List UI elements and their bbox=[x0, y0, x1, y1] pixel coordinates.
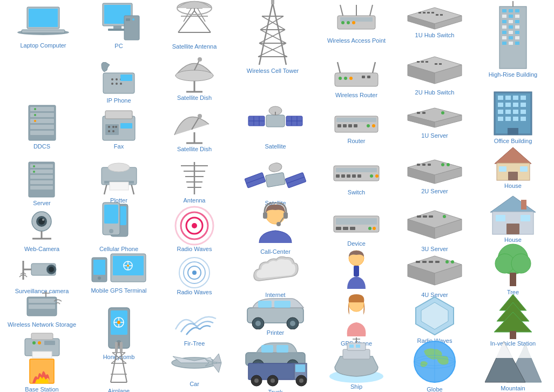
svg-point-330 bbox=[299, 379, 303, 383]
office-building-cell: Office Building bbox=[475, 84, 551, 144]
wireless-router-label: Wireless Router bbox=[335, 92, 377, 98]
internet-cell: Internet bbox=[235, 251, 316, 298]
antenna-cell: Antenna bbox=[159, 159, 229, 204]
svg-rect-305 bbox=[261, 345, 273, 353]
router-cell: Router bbox=[319, 108, 394, 144]
svg-point-40 bbox=[347, 21, 350, 24]
svg-point-89 bbox=[349, 77, 353, 80]
svg-rect-321 bbox=[120, 342, 123, 353]
svg-rect-152 bbox=[505, 110, 511, 114]
svg-rect-241 bbox=[521, 200, 526, 209]
svg-rect-157 bbox=[513, 117, 518, 121]
truck-cell: Truck bbox=[232, 354, 319, 392]
svg-marker-200 bbox=[495, 147, 531, 164]
svg-line-169 bbox=[131, 184, 134, 194]
svg-rect-155 bbox=[498, 117, 503, 121]
base-station-label: Airplane bbox=[108, 388, 130, 392]
wireless-access-point-label: Wireless Access Point bbox=[327, 37, 386, 44]
wireless-cell-tower-icon bbox=[243, 0, 302, 70]
house-2-cell: House bbox=[475, 193, 551, 243]
svg-rect-147 bbox=[498, 103, 503, 107]
svg-point-110 bbox=[112, 126, 114, 128]
ddcs-cell: DDCS bbox=[3, 103, 81, 150]
svg-rect-91 bbox=[367, 76, 370, 78]
svg-point-87 bbox=[339, 77, 342, 80]
radio-waves-1-label: Radio Waves bbox=[177, 246, 212, 252]
svg-rect-46 bbox=[436, 14, 438, 16]
svg-rect-187 bbox=[336, 168, 377, 172]
call-center-icon bbox=[248, 202, 302, 248]
svg-rect-9 bbox=[126, 18, 130, 21]
cellular-phone-icon bbox=[92, 200, 146, 246]
mountain-icon bbox=[485, 339, 542, 385]
radio-waves-1-icon bbox=[167, 205, 221, 246]
office-building-label: Office Building bbox=[494, 138, 532, 144]
mobile-gps-terminal-label: Mobile GPS Terminal bbox=[91, 287, 146, 294]
svg-point-281 bbox=[255, 321, 261, 326]
radio-waves-2-icon bbox=[167, 256, 221, 289]
svg-point-103 bbox=[34, 108, 36, 110]
svg-rect-156 bbox=[505, 117, 511, 121]
radio-waves-3-cell: Fir-Tree bbox=[159, 308, 229, 347]
wireless-access-point-icon bbox=[329, 2, 383, 37]
svg-rect-43 bbox=[423, 12, 425, 13]
server-label: Server bbox=[33, 200, 50, 206]
globe-icon bbox=[410, 337, 459, 386]
server-cell: Server bbox=[3, 159, 81, 206]
office-building-icon bbox=[486, 84, 540, 138]
satellite-dish-2-cell: Satellite Dish bbox=[159, 108, 229, 152]
svg-point-166 bbox=[33, 165, 35, 167]
svg-rect-107 bbox=[105, 111, 132, 119]
surveillance-camera-cell: Surveillance camera bbox=[3, 253, 81, 294]
svg-rect-306 bbox=[276, 345, 288, 353]
plotter-cell: Plotter bbox=[84, 154, 154, 204]
svg-rect-139 bbox=[422, 112, 425, 114]
svg-rect-55 bbox=[502, 20, 506, 23]
svg-point-244 bbox=[49, 267, 54, 272]
high-rise-building-label: High-Rise Building bbox=[489, 71, 538, 78]
satellite-1-label: Satellite bbox=[265, 143, 286, 150]
svg-rect-149 bbox=[513, 103, 518, 107]
fax-label: Fax bbox=[114, 143, 124, 150]
satellite-antenna-icon bbox=[167, 0, 221, 43]
svg-rect-63 bbox=[515, 31, 519, 34]
svg-rect-239 bbox=[521, 215, 530, 221]
laptop-computer-cell: Laptop Computer bbox=[0, 0, 86, 49]
svg-point-39 bbox=[341, 21, 344, 24]
cellular-phone-cell: Cellular Phone bbox=[84, 200, 154, 252]
svg-rect-45 bbox=[431, 12, 434, 13]
2u-server-label: 2U Server bbox=[421, 188, 448, 194]
svg-rect-42 bbox=[418, 12, 421, 13]
tree-icon bbox=[491, 243, 535, 289]
svg-rect-264 bbox=[429, 261, 433, 263]
airplane-icon bbox=[165, 346, 224, 381]
firewall-icon bbox=[22, 356, 62, 386]
house-1-label: House bbox=[504, 183, 522, 189]
ship-cell: Ship bbox=[319, 337, 394, 390]
svg-point-194 bbox=[375, 174, 379, 178]
satellite-2-icon bbox=[243, 157, 308, 200]
svg-rect-56 bbox=[509, 20, 513, 23]
radio-waves-2-cell: Radio Waves bbox=[159, 256, 229, 295]
satellite-dish-1-label: Satellite Dish bbox=[177, 94, 212, 101]
ddcs-icon bbox=[23, 103, 61, 143]
svg-point-295 bbox=[38, 341, 41, 344]
wireless-network-storage-cell: Wireless Network Storage bbox=[0, 292, 84, 328]
svg-rect-93 bbox=[421, 61, 424, 63]
in-vehicle-station-label: Printer bbox=[267, 329, 284, 336]
svg-point-219 bbox=[192, 223, 197, 228]
svg-rect-44 bbox=[427, 12, 430, 13]
1u-server-label: 1U Server bbox=[421, 132, 448, 139]
satellite-dish-1-cell: Satellite Dish bbox=[159, 54, 229, 101]
svg-point-259 bbox=[192, 271, 197, 275]
svg-rect-96 bbox=[439, 63, 442, 65]
svg-rect-214 bbox=[104, 205, 118, 224]
svg-point-76 bbox=[116, 83, 118, 85]
svg-rect-62 bbox=[509, 31, 513, 34]
svg-rect-64 bbox=[502, 36, 506, 39]
svg-rect-54 bbox=[515, 15, 519, 18]
svg-rect-33 bbox=[271, 0, 274, 4]
1u-hub-switch-cell: 1U Hub Switch bbox=[400, 2, 470, 38]
svg-rect-324 bbox=[295, 364, 305, 372]
tree-cell: Tree bbox=[475, 243, 551, 295]
